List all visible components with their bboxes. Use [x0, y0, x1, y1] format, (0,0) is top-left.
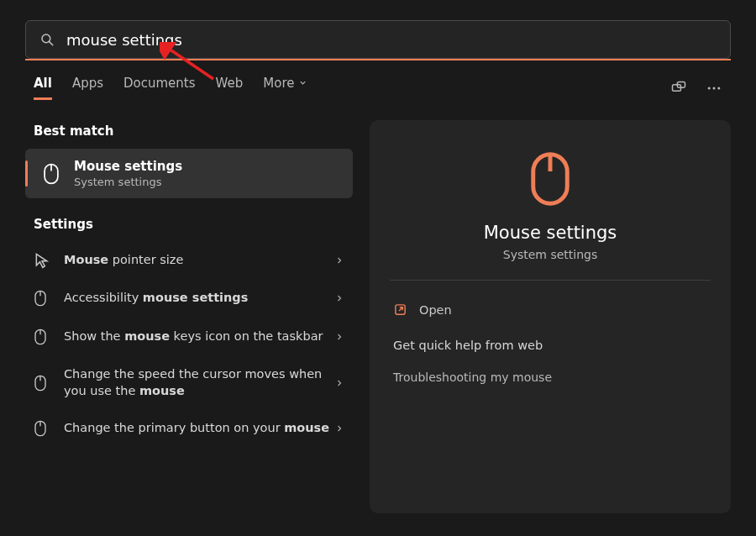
chevron-right-icon [334, 332, 344, 342]
settings-item-label: Change the primary button on your mouse [64, 420, 334, 437]
mouse-icon [34, 289, 52, 307]
settings-item-label: Show the mouse keys icon on the taskbar [64, 328, 334, 345]
settings-item-label: Mouse pointer size [64, 252, 334, 269]
chevron-right-icon [334, 423, 344, 434]
svg-point-5 [708, 87, 711, 89]
tab-all[interactable]: All [34, 76, 52, 100]
open-label: Open [419, 303, 452, 317]
search-filter-tabs: All Apps Documents Web More [34, 76, 307, 100]
open-icon [393, 302, 407, 317]
result-detail-panel: Mouse settings System settings Open Get … [370, 120, 731, 513]
chevron-right-icon [334, 255, 344, 265]
mouse-large-icon [388, 149, 712, 209]
best-match-heading: Best match [25, 120, 353, 149]
chevron-right-icon [334, 378, 344, 388]
svg-point-6 [713, 87, 716, 89]
tab-documents[interactable]: Documents [123, 76, 196, 100]
detail-title: Mouse settings [388, 223, 712, 243]
search-icon [39, 32, 55, 47]
svg-point-7 [717, 87, 720, 89]
tab-more[interactable]: More [263, 76, 307, 100]
chevron-right-icon [334, 293, 344, 303]
cursor-icon [34, 252, 52, 269]
settings-item-label: Change the speed the cursor moves when y… [64, 366, 334, 399]
chat-icon[interactable] [670, 80, 687, 97]
mouse-icon [34, 374, 52, 392]
settings-item-2[interactable]: Show the mouse keys icon on the taskbar [25, 318, 353, 356]
search-input[interactable] [66, 31, 717, 49]
settings-item-4[interactable]: Change the primary button on your mouse [25, 409, 353, 448]
settings-item-3[interactable]: Change the speed the cursor moves when y… [25, 356, 353, 409]
mouse-icon [34, 328, 52, 346]
more-options-icon[interactable] [706, 80, 722, 97]
mouse-icon [42, 162, 60, 186]
chevron-down-icon [298, 76, 307, 91]
settings-heading: Settings [25, 213, 353, 242]
tab-apps[interactable]: Apps [72, 76, 103, 100]
svg-line-1 [49, 41, 52, 45]
best-match-title: Mouse settings [74, 159, 182, 174]
search-box[interactable] [25, 20, 731, 59]
divider [390, 280, 711, 281]
open-action[interactable]: Open [388, 296, 712, 323]
best-match-result[interactable]: Mouse settings System settings [25, 149, 353, 198]
settings-item-0[interactable]: Mouse pointer size [25, 242, 353, 279]
tab-web[interactable]: Web [216, 76, 244, 100]
help-link[interactable]: Troubleshooting my mouse [388, 355, 712, 386]
settings-item-1[interactable]: Accessibility mouse settings [25, 279, 353, 318]
detail-subtitle: System settings [388, 248, 712, 261]
help-heading: Get quick help from web [388, 323, 712, 355]
settings-item-label: Accessibility mouse settings [64, 290, 334, 307]
mouse-icon [34, 419, 52, 438]
best-match-subtitle: System settings [74, 176, 182, 188]
